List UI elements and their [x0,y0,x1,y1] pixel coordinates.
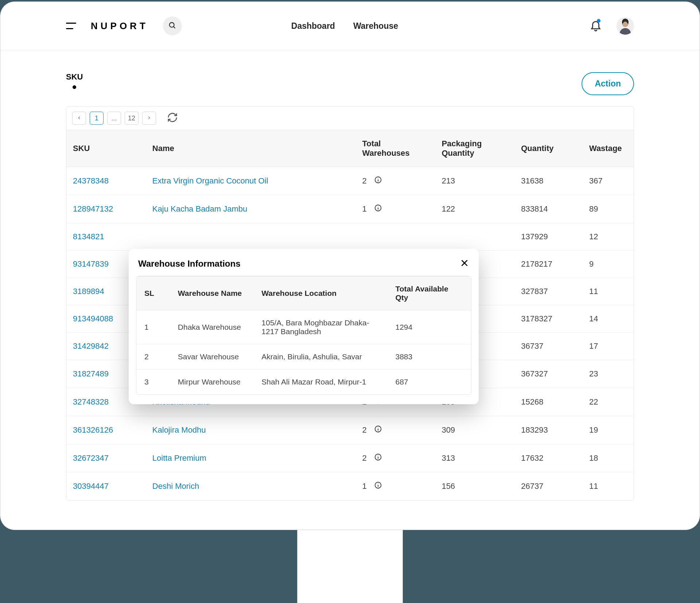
notifications-button[interactable] [590,19,602,33]
packaging-qty-cell: 156 [435,472,514,500]
total-warehouses-cell: 2 [356,444,435,472]
pagination: 1 ... 12 [66,107,634,130]
product-link[interactable]: Kaju Kacha Badam Jambu [146,195,356,223]
total-warehouses-cell: 2 [356,416,435,444]
product-link[interactable]: Deshi Morich [146,472,356,500]
refresh-button[interactable] [167,112,178,124]
svg-point-20 [378,455,378,456]
quantity-cell: 2178217 [514,251,583,278]
modal-location-cell: 105/A, Bara Moghbazar Dhaka-1217 Banglad… [253,310,387,344]
col-name: Name [146,130,356,167]
wastage-cell: 23 [583,360,634,388]
wastage-cell: 11 [583,278,634,305]
svg-point-8 [378,206,378,206]
search-button[interactable] [163,16,182,35]
page-content: SKU Action 1 ... 12 [0,50,700,530]
table-row: 24378348Extra Virgin Organic Coconut Oil… [66,167,634,195]
info-icon[interactable] [374,453,382,463]
action-button[interactable]: Action [582,72,634,95]
page-prev-button[interactable] [72,112,86,125]
nav-dashboard[interactable]: Dashboard [291,21,335,31]
quantity-cell: 17632 [514,444,583,472]
warehouse-count: 2 [362,425,367,435]
table-row: 2Savar WarehouseAkrain, Birulia, Ashulia… [136,344,471,370]
menu-icon[interactable] [66,23,76,29]
dot-icon [73,85,76,89]
modal-qty-cell: 1294 [387,310,471,344]
modal-location-cell: Akrain, Birulia, Ashulia, Savar [253,344,387,370]
modal-name-cell: Dhaka Warehouse [170,310,254,344]
sku-link[interactable]: 128947132 [66,195,146,223]
product-link[interactable]: Loitta Premium [146,444,356,472]
info-icon[interactable] [374,481,382,491]
info-icon[interactable] [374,425,382,435]
sku-link[interactable]: 30394447 [66,472,146,500]
sku-link[interactable]: 361326126 [66,416,146,444]
refresh-icon [167,118,178,124]
modal-qty-cell: 687 [387,370,471,395]
table-row: 3Mirpur WarehouseShah Ali Mazar Road, Mi… [136,370,471,395]
quantity-cell: 833814 [514,195,583,223]
user-avatar[interactable] [617,17,634,35]
product-link[interactable]: Extra Virgin Organic Coconut Oil [146,167,356,195]
sku-link[interactable]: 24378348 [66,167,146,195]
product-link[interactable] [146,223,356,251]
table-row: 813482113792912 [66,223,634,251]
modal-sl-cell: 2 [136,344,170,370]
page-last-button[interactable]: 12 [125,112,139,125]
app-header: NUPORT Dashboard Warehouse [0,2,700,50]
wastage-cell: 17 [583,333,634,360]
modal-sl-cell: 1 [136,310,170,344]
packaging-qty-cell: 213 [435,167,514,195]
warehouse-info-table: SL Warehouse Name Warehouse Location Tot… [136,276,471,394]
warehouse-count: 1 [362,204,367,214]
wastage-cell: 11 [583,472,634,500]
table-row: 32672347Loitta Premium23131763218 [66,444,634,472]
modal-col-sl: SL [136,277,170,310]
total-warehouses-cell [356,223,435,251]
bell-icon [590,26,602,32]
info-icon[interactable] [374,176,382,186]
packaging-qty-cell: 309 [435,416,514,444]
svg-line-1 [174,26,175,28]
modal-close-button[interactable] [460,258,469,269]
modal-col-qty: Total Available Qty [387,277,471,310]
modal-sl-cell: 3 [136,370,170,395]
warehouse-count: 2 [362,176,367,186]
quantity-cell: 367327 [514,360,583,388]
sku-link[interactable]: 8134821 [66,223,146,251]
page-ellipsis-button[interactable]: ... [107,112,121,125]
product-link[interactable]: Kalojira Modhu [146,416,356,444]
table-row: 1Dhaka Warehouse105/A, Bara Moghbazar Dh… [136,310,471,344]
quantity-cell: 15268 [514,388,583,416]
brand-logo: NUPORT [91,20,148,32]
notification-dot-icon [597,19,600,23]
nav-warehouse[interactable]: Warehouse [353,21,398,31]
svg-point-5 [378,178,378,178]
chevron-left-icon [77,115,82,122]
quantity-cell: 183293 [514,416,583,444]
modal-col-location: Warehouse Location [253,277,387,310]
wastage-cell: 12 [583,223,634,251]
packaging-qty-cell [435,223,514,251]
sku-link[interactable]: 32672347 [66,444,146,472]
quantity-cell: 327837 [514,278,583,305]
svg-point-0 [170,22,174,27]
modal-qty-cell: 3883 [387,344,471,370]
quantity-cell: 31638 [514,167,583,195]
table-row: 361326126Kalojira Modhu230918329319 [66,416,634,444]
wastage-cell: 367 [583,167,634,195]
page-next-button[interactable] [142,112,156,125]
page-current-button[interactable]: 1 [90,112,104,125]
total-warehouses-cell: 1 [356,195,435,223]
info-icon[interactable] [374,204,382,214]
warehouse-count: 1 [362,482,367,491]
col-total-warehouses: Total Warehouses [356,130,435,167]
packaging-qty-cell: 313 [435,444,514,472]
wastage-cell: 18 [583,444,634,472]
quantity-cell: 26737 [514,472,583,500]
packaging-qty-cell: 122 [435,195,514,223]
main-nav: Dashboard Warehouse [291,21,398,31]
wastage-cell: 19 [583,416,634,444]
close-icon [460,263,469,269]
